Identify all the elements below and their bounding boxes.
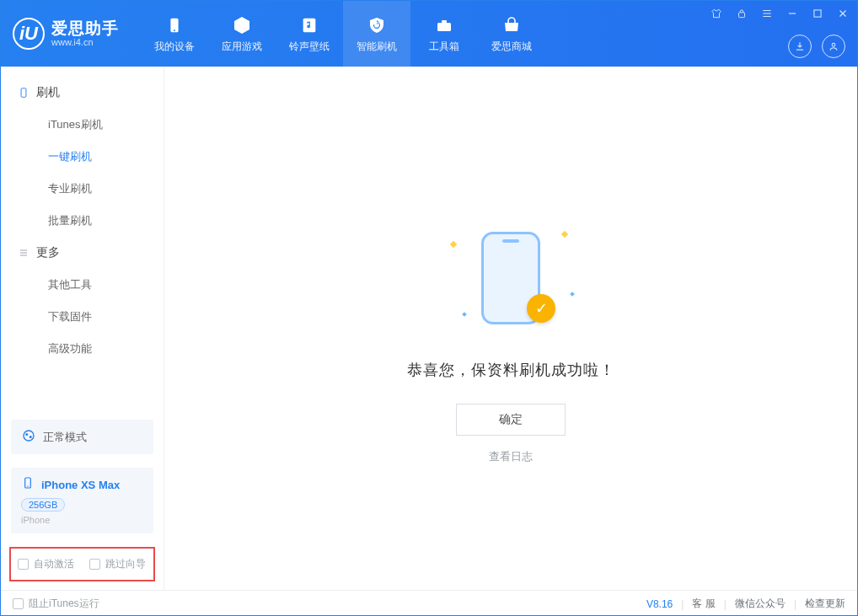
svg-point-1 [174, 29, 175, 31]
download-icon[interactable] [788, 35, 812, 58]
view-log-link[interactable]: 查看日志 [489, 449, 533, 464]
check-update-link[interactable]: 检查更新 [805, 597, 845, 611]
checkbox-skip-guide[interactable]: 跳过向导 [89, 557, 146, 571]
device-type: iPhone [21, 515, 143, 525]
shop-icon [501, 14, 523, 36]
svg-rect-5 [739, 13, 745, 18]
svg-point-13 [27, 485, 28, 486]
titlebar: iU 爱思助手 www.i4.cn 我的设备 应用游戏 铃声壁纸 智能刷机 工具… [1, 1, 857, 67]
svg-point-10 [25, 433, 28, 436]
svg-rect-4 [442, 20, 447, 23]
sidebar: 刷机 iTunes刷机 一键刷机 专业刷机 批量刷机 更多 其他工具 下载固件 … [1, 67, 164, 590]
svg-rect-8 [21, 88, 26, 98]
user-icon[interactable] [822, 35, 845, 58]
wechat-link[interactable]: 微信公众号 [735, 597, 786, 611]
footer: 阻止iTunes运行 V8.16 | 客 服 | 微信公众号 | 检查更新 [1, 590, 857, 616]
checkbox-auto-activate[interactable]: 自动激活 [18, 557, 74, 571]
main-content: ✓ 恭喜您，保资料刷机成功啦！ 确定 查看日志 [164, 67, 857, 590]
side-pro-flash[interactable]: 专业刷机 [1, 173, 164, 205]
toolbox-icon [433, 14, 455, 36]
ok-button[interactable]: 确定 [456, 404, 566, 436]
nav-shop[interactable]: 爱思商城 [478, 1, 545, 67]
nav-toolbox[interactable]: 工具箱 [410, 1, 478, 67]
close-icon[interactable] [835, 6, 850, 21]
app-logo: iU 爱思助手 www.i4.cn [1, 1, 132, 67]
app-title: 爱思助手 [51, 20, 119, 38]
window-controls [709, 6, 850, 21]
svg-rect-6 [814, 10, 821, 17]
device-capacity: 256GB [21, 498, 65, 512]
side-batch-flash[interactable]: 批量刷机 [1, 205, 164, 237]
minimize-icon[interactable] [785, 6, 800, 21]
cube-icon [231, 14, 253, 36]
success-illustration: ✓ [448, 227, 574, 336]
svg-point-11 [29, 436, 32, 438]
lock-icon[interactable] [734, 6, 749, 21]
success-message: 恭喜您，保资料刷机成功啦！ [407, 360, 615, 380]
side-other-tools[interactable]: 其他工具 [1, 269, 164, 301]
shirt-icon[interactable] [709, 6, 724, 21]
device-outline-icon [18, 87, 29, 99]
body: 刷机 iTunes刷机 一键刷机 专业刷机 批量刷机 更多 其他工具 下载固件 … [1, 67, 857, 590]
music-note-icon [298, 14, 320, 36]
top-nav: 我的设备 应用游戏 铃声壁纸 智能刷机 工具箱 爱思商城 [141, 1, 545, 67]
phone-icon [164, 14, 185, 36]
side-advanced[interactable]: 高级功能 [1, 333, 164, 365]
side-download-firmware[interactable]: 下载固件 [1, 301, 164, 333]
svg-rect-3 [437, 23, 451, 31]
app-domain: www.i4.cn [51, 37, 119, 47]
device-name: iPhone XS Max [41, 479, 120, 491]
list-icon [18, 247, 29, 259]
check-badge-icon: ✓ [527, 294, 555, 323]
side-group-flash[interactable]: 刷机 [1, 77, 164, 109]
checkbox-block-itunes[interactable]: 阻止iTunes运行 [13, 597, 99, 611]
nav-smart-flash[interactable]: 智能刷机 [343, 1, 410, 67]
side-itunes-flash[interactable]: iTunes刷机 [1, 109, 164, 141]
device-mode-card[interactable]: 正常模式 [11, 420, 153, 454]
header-actions [788, 35, 845, 58]
refresh-shield-icon [366, 14, 388, 36]
device-icon [21, 476, 35, 493]
nav-ringtone-wallpaper[interactable]: 铃声壁纸 [276, 1, 343, 67]
flash-options-highlight: 自动激活 跳过向导 [9, 547, 155, 581]
version-label: V8.16 [646, 598, 673, 610]
menu-icon[interactable] [759, 6, 775, 21]
svg-point-9 [24, 431, 34, 441]
maximize-icon[interactable] [810, 6, 825, 21]
device-card[interactable]: iPhone XS Max 256GB iPhone [11, 468, 153, 533]
support-link[interactable]: 客 服 [692, 597, 715, 611]
logo-icon: iU [13, 18, 45, 50]
nav-my-device[interactable]: 我的设备 [141, 1, 208, 67]
side-group-more[interactable]: 更多 [1, 237, 164, 269]
mode-icon [21, 428, 36, 446]
side-one-key-flash[interactable]: 一键刷机 [1, 141, 164, 173]
nav-apps-games[interactable]: 应用游戏 [208, 1, 276, 67]
svg-point-7 [832, 43, 835, 46]
